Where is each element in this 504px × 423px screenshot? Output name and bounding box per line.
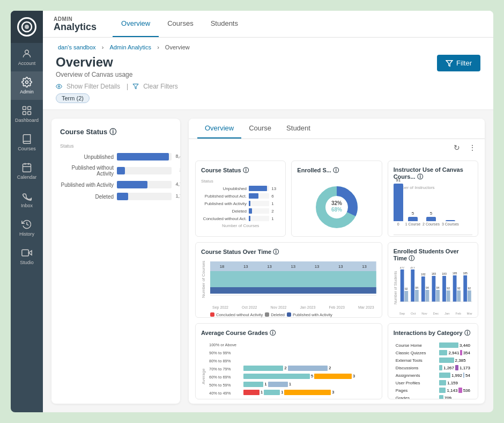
eot-ylabel: Number of Students bbox=[394, 267, 397, 304]
page-title: Overview bbox=[56, 55, 132, 70]
inst-bar-fill-3 bbox=[446, 220, 455, 221]
int-val-4: 1,992 bbox=[451, 373, 462, 378]
svg-text:92: 92 bbox=[457, 286, 461, 289]
show-filter-label[interactable]: Show Filter Details bbox=[66, 83, 120, 90]
grade-bar-40-a bbox=[243, 390, 260, 395]
cs-track-pub-no bbox=[249, 193, 269, 199]
filter-sm-icon bbox=[132, 83, 139, 90]
grade-label-70: 70% to 79% bbox=[209, 367, 241, 371]
int-row-assign: Assignments 1,992 54 bbox=[394, 371, 472, 379]
cs-fill-pub-act bbox=[249, 201, 250, 206]
eot-x-1: Sep bbox=[399, 312, 405, 315]
nav-overview[interactable]: Overview bbox=[113, 11, 159, 37]
sidebar-item-dashboard[interactable]: Dashboard bbox=[11, 100, 43, 128]
grade-row-70: 70% to 79% 2 2 bbox=[209, 366, 376, 372]
page-title-row: Overview Overview of Canvas usage Filter bbox=[56, 55, 480, 78]
brand-title: Analytics bbox=[54, 22, 97, 32]
sidebar-item-inbox[interactable]: Inbox bbox=[11, 185, 43, 214]
int-bar-2a bbox=[439, 358, 454, 363]
eot-legend: With Activity Without Activity bbox=[399, 317, 472, 318]
cs-fill-conc bbox=[249, 216, 250, 221]
csot-dot-del bbox=[265, 312, 269, 317]
right-panel-actions: ↻ ⋮ bbox=[189, 139, 485, 156]
bar-label-pub-act: Published with Activity bbox=[60, 182, 114, 188]
sidebar-item-calendar[interactable]: Calendar bbox=[11, 157, 43, 185]
csot-label-del: Deleted bbox=[271, 312, 285, 317]
inst-bar-3: 3 Courses bbox=[442, 219, 459, 226]
more-button[interactable]: ⋮ bbox=[466, 142, 478, 153]
int-val-2: 2,385 bbox=[455, 358, 466, 363]
int-bar-cell-5: 1,159 bbox=[437, 379, 472, 386]
int-bar-cell-7: 709 bbox=[437, 394, 472, 399]
chart-instructor-use: Instructor Use of Canvas Cours... ⓘ Numb… bbox=[388, 161, 478, 237]
content-area: ADMIN Analytics Overview Courses Student… bbox=[43, 11, 493, 412]
grade-label-90: 90% to 99% bbox=[209, 351, 241, 355]
cs-fill-unpublished bbox=[249, 186, 267, 191]
svg-text:92: 92 bbox=[468, 286, 471, 289]
grade-label-50: 50% to 59% bbox=[209, 383, 241, 388]
int-val-1: 2,941 bbox=[448, 351, 459, 355]
int-bar-5a bbox=[439, 380, 446, 385]
ag-body: Average 100% or Above 90% to 99% bbox=[201, 341, 376, 398]
sidebar-label-account: Account bbox=[18, 61, 36, 66]
int-bar-cell-6: 1,143 536 bbox=[437, 386, 472, 394]
grade-bar-40-c bbox=[284, 390, 331, 395]
int-cat-5: User Profiles bbox=[394, 379, 437, 386]
svg-rect-13 bbox=[22, 250, 29, 256]
svg-rect-46 bbox=[436, 290, 440, 302]
bar-value-pub-act: 4,746 bbox=[175, 181, 180, 187]
inst-val-2: 5 bbox=[430, 211, 432, 216]
grade-val-60-a: 5 bbox=[311, 374, 313, 380]
inst-ylabel: Number of Instructors bbox=[394, 185, 472, 190]
sidebar-item-courses[interactable]: Courses bbox=[11, 128, 43, 157]
breadcrumb-item-1[interactable]: dan's sandbox bbox=[58, 44, 96, 50]
eot-label-without: Without Activity bbox=[435, 317, 462, 318]
cs-val-unpublished: 13 bbox=[271, 186, 280, 191]
sidebar-item-history[interactable]: History bbox=[11, 214, 43, 242]
sidebar-label-courses: Courses bbox=[18, 146, 36, 151]
sidebar-item-account[interactable]: Account bbox=[11, 43, 43, 71]
bar-value-unpublished: 8,420 bbox=[175, 154, 180, 159]
breadcrumb-item-2[interactable]: Admin Analytics bbox=[109, 44, 151, 50]
int-row-quizzes: Classic Quizzes 2,941 354 bbox=[394, 349, 472, 356]
ag-title: Average Course Grades ⓘ bbox=[201, 329, 376, 337]
chart-enrolled-over-time: Enrolled Students Over Time ⓘ Number of … bbox=[388, 242, 478, 318]
int-row-disc: Discussions 1,267 1,173 bbox=[394, 364, 472, 371]
clear-filters-label[interactable]: Clear Filters bbox=[143, 83, 178, 90]
grade-row-100: 100% or Above bbox=[209, 341, 376, 348]
inst-label-3: 3 Courses bbox=[442, 222, 459, 226]
grade-val-50-b: 1 bbox=[289, 382, 291, 388]
eot-x-2: Oct bbox=[411, 312, 416, 315]
bar-container-unpublished: 8,420 bbox=[117, 153, 172, 161]
breadcrumb-item-3: Overview bbox=[165, 44, 190, 50]
nav-students[interactable]: Students bbox=[202, 11, 247, 37]
chart-es-title: Enrolled S... ⓘ bbox=[297, 166, 376, 174]
grade-track-40: 1 1 3 bbox=[243, 390, 376, 396]
filter-sep: | bbox=[127, 83, 128, 90]
svg-rect-23 bbox=[210, 287, 376, 294]
chart-enrolled-students: Enrolled S... ⓘ 32% 68% bbox=[291, 161, 382, 237]
sidebar-item-studio[interactable]: Studio bbox=[11, 242, 43, 271]
bar-fill-unpublished bbox=[117, 153, 169, 161]
tab-course[interactable]: Course bbox=[241, 119, 279, 138]
tab-overview[interactable]: Overview bbox=[197, 119, 241, 138]
filter-button[interactable]: Filter bbox=[437, 55, 480, 71]
svg-text:277: 277 bbox=[410, 267, 415, 269]
eot-svg: 277 92 277 94 bbox=[399, 267, 472, 310]
tab-student[interactable]: Student bbox=[279, 119, 318, 138]
csot-legend-conc: Concluded without Activity bbox=[210, 312, 263, 317]
sidebar-item-admin[interactable]: Admin bbox=[11, 71, 43, 100]
grade-val-40-a: 1 bbox=[261, 390, 263, 396]
inst-bar-fill-0 bbox=[394, 184, 403, 221]
eot-legend-without: Without Activity bbox=[429, 317, 462, 318]
refresh-button[interactable]: ↻ bbox=[451, 142, 462, 153]
csot-label-pub-act: Published with Activity bbox=[293, 312, 332, 317]
int-bar-cell-3: 1,267 1,173 bbox=[437, 364, 472, 371]
svg-marker-12 bbox=[28, 251, 32, 255]
bar-label-unpublished: Unpublished bbox=[60, 154, 114, 160]
eot-x-4: Dec bbox=[433, 312, 439, 315]
inst-bar-fill-1 bbox=[408, 217, 418, 221]
nav-courses[interactable]: Courses bbox=[159, 11, 202, 37]
sidebar-label-history: History bbox=[19, 231, 34, 237]
int-bar-4a bbox=[439, 373, 450, 378]
